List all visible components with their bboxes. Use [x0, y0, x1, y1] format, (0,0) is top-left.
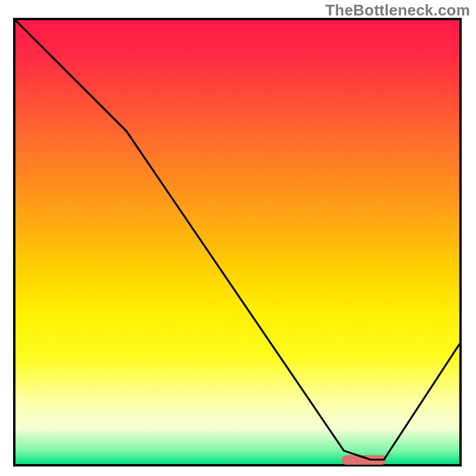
bottleneck-curve-line: [15, 20, 459, 464]
chart-plot-area: [13, 18, 462, 466]
watermark-text: TheBottleneck.com: [325, 1, 470, 20]
curve-path: [15, 20, 459, 460]
